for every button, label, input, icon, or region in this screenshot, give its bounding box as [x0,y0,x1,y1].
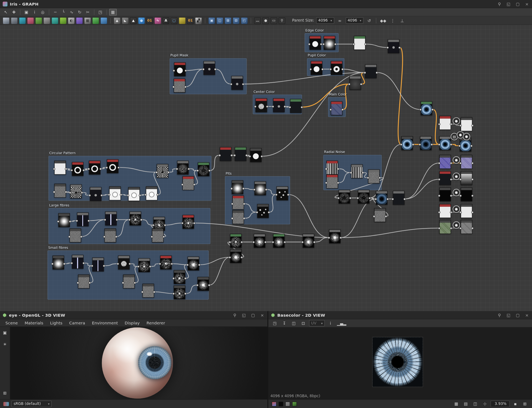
graph-node[interactable] [78,275,90,288]
graph-node[interactable] [174,79,185,92]
graph-node[interactable] [230,234,242,248]
graph-node[interactable] [92,258,104,272]
graph-node[interactable] [183,176,194,190]
graph-node[interactable] [220,147,231,161]
graph-node[interactable] [90,187,101,201]
close-icon[interactable]: × [525,2,529,6]
links-visibility-icon[interactable]: ⋮ [389,17,397,24]
bucket-fill-node-icon[interactable] [179,17,185,24]
graph-node[interactable] [254,181,266,195]
text-node-icon[interactable]: A [163,17,169,24]
link-width-height-icon[interactable]: ∞ [336,17,344,24]
graph-node[interactable] [70,184,82,198]
mirror-node-icon[interactable] [44,17,50,24]
graph-node[interactable] [109,186,121,200]
menu-renderer[interactable]: Renderer [143,321,168,325]
graph-node[interactable] [461,187,472,201]
graph-node[interactable] [365,64,377,78]
parent-size-height-select[interactable]: 4096 [346,17,363,24]
connection-style-icon[interactable]: ◆◆ [379,17,387,24]
graph-node[interactable] [324,36,335,50]
graph-node[interactable] [273,234,285,248]
parent-size-width-select[interactable]: 4096 [316,17,334,24]
float-window-icon[interactable]: ◱ [506,2,511,6]
maximize-icon[interactable]: ▢ [251,313,255,317]
close-icon[interactable]: × [525,313,529,317]
curvature-node-icon[interactable]: ◣ [122,17,129,24]
pin-icon[interactable]: ⚲ [497,313,502,317]
graph-node[interactable] [89,161,101,174]
graph-node[interactable] [326,175,338,188]
graph-node[interactable] [183,215,194,229]
graph-node[interactable] [439,187,451,201]
display-settings-icon[interactable] [3,402,9,406]
multi-switch-node-icon[interactable]: ◰ [241,17,247,24]
recenter-icon[interactable]: ⊹ [481,401,488,407]
zoom-tool-icon[interactable]: ◎ [39,9,47,15]
pixel-grid-icon[interactable]: ⊞ [521,401,529,407]
colorspace-select[interactable]: sRGB (default) [12,401,52,407]
menu-scene[interactable]: Scene [2,321,21,325]
graph-node[interactable] [439,204,451,218]
curve-node-icon[interactable]: ∿ [154,17,161,24]
graph-node[interactable] [368,169,380,183]
graph-node[interactable] [250,148,262,162]
graph-node[interactable] [257,204,269,218]
graph-node[interactable] [439,116,451,130]
graph-node[interactable] [231,76,243,90]
graph-node[interactable] [146,186,158,200]
output-node-icon[interactable]: ⬢ [452,117,460,125]
graph-node[interactable] [77,213,89,226]
letterbox-icon[interactable]: ◫ [472,401,479,407]
align-nodes-icon[interactable]: ⊥ [398,17,406,24]
screenshot-tool-icon[interactable]: ▣ [23,9,30,15]
pin-tool-icon[interactable]: ⚲ [278,17,285,24]
graph-node[interactable] [388,39,400,53]
graph-node[interactable] [393,191,405,205]
transform-node-icon[interactable] [100,17,107,24]
graph-node[interactable] [72,255,84,269]
sphere-shape-node-icon[interactable]: ● [138,17,145,24]
graph-node[interactable] [376,191,388,205]
maximize-icon[interactable]: ▢ [515,313,520,317]
info-icon[interactable]: i [327,320,334,326]
levels-node-icon[interactable]: 01 [187,17,194,24]
graph-node[interactable] [123,275,135,288]
float-window-icon[interactable]: ◱ [506,313,511,317]
graph-node[interactable] [311,61,323,75]
graph-node[interactable] [439,136,451,150]
uniform-color-node-icon[interactable] [3,17,9,24]
graph-node[interactable] [351,164,363,178]
camera-display-icon[interactable]: ▣ [2,329,8,336]
background-toggle-icon[interactable]: ▪ [512,401,519,407]
gray-background-swatch[interactable] [285,401,290,406]
graph-node[interactable] [188,257,199,270]
straight-links-icon[interactable]: ─ [52,9,59,15]
comment-icon[interactable]: … [254,17,261,24]
graph-node[interactable] [235,147,246,161]
fx-map-node-icon[interactable]: ▣ [208,17,215,24]
graph-node[interactable] [174,62,186,76]
hsl-node-icon[interactable] [76,17,83,24]
graph-node[interactable] [401,136,413,150]
graph-node[interactable] [421,101,432,115]
display-node-output-icon[interactable]: ◳ [97,9,104,15]
graph-node[interactable] [105,211,117,225]
frame-tool-icon[interactable]: ▭ [270,17,277,24]
pan-tool-icon[interactable]: ✚ [10,9,18,15]
pin-icon[interactable]: ⚲ [232,313,237,317]
crop-node-icon[interactable]: ▢ [171,17,177,24]
menu-materials[interactable]: Materials [21,321,47,325]
reset-size-icon[interactable]: ↺ [365,17,373,24]
blur-node-icon[interactable] [19,17,26,24]
pin-icon[interactable]: ⚲ [497,2,502,6]
graph-node[interactable] [232,180,243,194]
maximize-icon[interactable]: ▢ [515,2,520,6]
graph-node[interactable] [461,155,472,169]
tile-sampler-node-icon[interactable]: ▦ [84,17,91,24]
output-node-icon[interactable]: ⬢ [452,205,460,213]
histogram-icon[interactable]: ▁▄▂ [336,320,347,326]
value-processor-node-icon[interactable]: ⊞ [225,17,231,24]
graph-node[interactable] [461,204,472,218]
graph-node[interactable] [70,228,81,242]
